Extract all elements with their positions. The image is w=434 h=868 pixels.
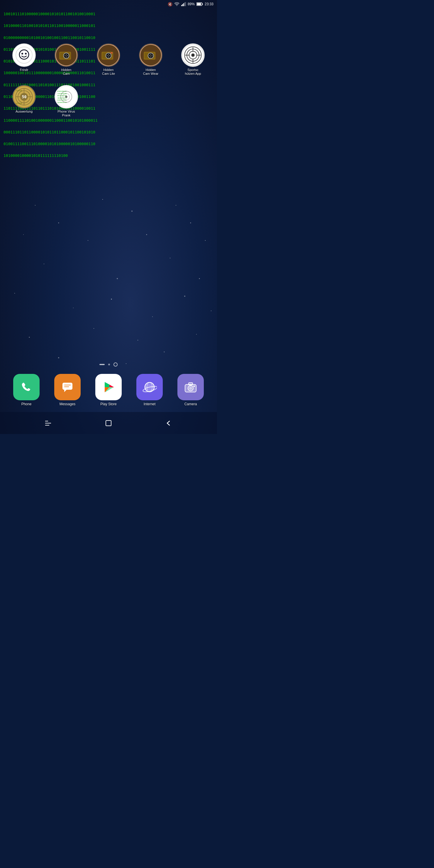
app-hidden-cam[interactable]: HiddenCam (55, 43, 78, 76)
dock-label-camera: Camera (184, 402, 197, 406)
svg-point-4 (176, 205, 176, 206)
dock-messages[interactable]: Messages (54, 374, 81, 406)
dock-play-store[interactable]: Play Store (95, 374, 122, 406)
svg-point-13 (199, 278, 200, 279)
dock-label-messages: Messages (60, 402, 76, 406)
nav-back-button[interactable] (163, 418, 175, 428)
app-label-phone-virus: Phone VirusPrank (58, 110, 75, 117)
svg-point-77 (191, 53, 194, 57)
svg-rect-53 (111, 53, 113, 54)
dock-camera[interactable]: Camera (178, 374, 204, 406)
svg-point-18 (184, 296, 185, 297)
dock-icon-camera (178, 374, 204, 400)
app-frindr[interactable]: Frindr (12, 43, 36, 76)
svg-point-6 (23, 234, 24, 235)
svg-point-3 (131, 211, 132, 212)
app-icon-auswertung: 50 0100100 0110100 (12, 85, 36, 108)
svg-text:00101001100: 00101001100 (58, 95, 67, 96)
svg-point-67 (150, 55, 152, 57)
battery-text: 89% (188, 2, 195, 6)
svg-rect-30 (184, 2, 185, 6)
nav-home-button[interactable] (103, 417, 114, 429)
app-hidden-cam-wear[interactable]: HiddenCam Wear (139, 43, 162, 76)
dock-icon-messages (54, 374, 81, 400)
app-label-frindr: Frindr (20, 68, 28, 72)
svg-point-116 (189, 387, 192, 390)
svg-point-7 (88, 240, 88, 241)
svg-point-0 (35, 205, 35, 206)
app-hidden-cam-lite[interactable]: HiddenCam Lite (97, 43, 120, 76)
svg-text:0100100: 0100100 (16, 90, 22, 92)
svg-point-16 (111, 299, 112, 300)
svg-point-56 (107, 55, 110, 57)
app-icon-phone-virus: 01001000101 11010010100 00101001100 1010… (55, 85, 78, 108)
svg-point-20 (29, 337, 30, 338)
svg-point-21 (94, 328, 94, 329)
svg-point-12 (170, 258, 170, 258)
svg-point-23 (164, 351, 165, 352)
svg-point-2 (102, 199, 103, 200)
svg-point-5 (190, 223, 191, 223)
svg-text:50: 50 (22, 95, 26, 99)
app-icon-hidden-cam-wear (139, 43, 162, 67)
svg-rect-114 (189, 383, 193, 385)
svg-point-9 (205, 240, 206, 241)
svg-point-14 (14, 293, 15, 293)
battery-icon (196, 2, 203, 6)
svg-marker-104 (64, 390, 67, 392)
svg-point-117 (193, 385, 195, 387)
page-indicator-1 (108, 364, 110, 365)
svg-point-38 (25, 53, 27, 55)
page-indicators (0, 363, 217, 367)
time-text: 23:33 (205, 2, 214, 6)
status-bar: 🔇 89% 23:33 (0, 0, 217, 8)
dock-label-internet: Internet (144, 402, 156, 406)
app-icon-sportschuetzen (181, 43, 205, 67)
app-sportschuetzen[interactable]: Sportschützen App (181, 43, 205, 76)
page-indicator-home (114, 363, 118, 367)
app-icon-hidden-cam (55, 43, 78, 67)
dock-icon-internet (136, 374, 163, 400)
svg-text:10100011010: 10100011010 (58, 97, 67, 99)
dock-icon-phone (13, 374, 39, 400)
svg-point-15 (73, 308, 73, 308)
mute-icon: 🔇 (168, 2, 173, 6)
svg-point-19 (211, 311, 211, 311)
app-icon-hidden-cam-lite (97, 43, 120, 67)
app-label-auswertung: Auswertung (16, 110, 33, 114)
app-label-hidden-cam: HiddenCam (61, 68, 71, 76)
dock-icon-play-store (95, 374, 122, 400)
svg-rect-121 (106, 421, 111, 426)
svg-rect-28 (182, 4, 183, 6)
svg-rect-31 (185, 2, 186, 6)
app-icon-frindr (12, 43, 36, 67)
svg-point-102 (65, 96, 67, 98)
svg-point-17 (152, 316, 153, 317)
app-phone-virus[interactable]: 01001000101 11010010100 00101001100 1010… (45, 85, 87, 117)
svg-rect-33 (202, 3, 203, 5)
nav-recents-button[interactable] (42, 418, 54, 428)
svg-text:10100010110: 10100010110 (58, 102, 67, 103)
app-label-sportschuetzen: Sportschützen App (185, 68, 201, 76)
app-label-hidden-cam-wear: HiddenCam Wear (143, 68, 158, 76)
svg-point-37 (22, 53, 23, 55)
svg-point-24 (196, 334, 197, 335)
svg-point-44 (65, 55, 67, 57)
page-indicator-lines (99, 364, 105, 365)
dock-phone[interactable]: Phone (13, 374, 39, 406)
svg-rect-103 (62, 383, 72, 390)
svg-point-35 (16, 47, 32, 63)
svg-rect-29 (183, 3, 184, 6)
svg-point-1 (58, 223, 59, 223)
dock-internet[interactable]: Internet (136, 374, 163, 406)
svg-point-25 (58, 357, 59, 358)
svg-point-10 (44, 264, 44, 264)
app-auswertung[interactable]: 50 0100100 0110100 Auswertung (3, 85, 45, 117)
svg-rect-34 (197, 3, 201, 5)
dock-label-phone: Phone (22, 402, 32, 406)
svg-point-22 (137, 340, 138, 340)
dock-label-play-store: Play Store (100, 402, 116, 406)
dock: Phone Messages (0, 370, 217, 410)
svg-point-8 (146, 234, 147, 235)
signal-icon (181, 2, 186, 6)
